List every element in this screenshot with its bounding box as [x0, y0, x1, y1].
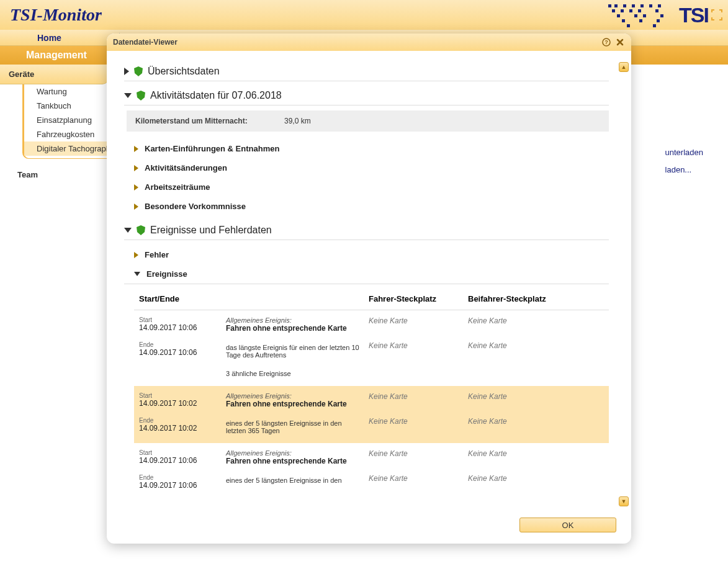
- shield-icon: [134, 66, 143, 76]
- sidebar: Geräte Wartung Tankbuch Einsatzplanung F…: [0, 65, 109, 574]
- sub-cards[interactable]: Karten-Einführungen & Entnahmen: [124, 139, 609, 158]
- event-type: Fahren ohne entsprechende Karte: [226, 324, 361, 333]
- codriver-slot-value: Keine Karte: [468, 449, 567, 465]
- svg-rect-0: [608, 4, 611, 7]
- shield-icon: [137, 225, 145, 235]
- app-logo-text: TSI-Monitor: [5, 5, 102, 25]
- scroll-up-icon[interactable]: ▲: [619, 62, 629, 72]
- triangle-down-icon: [124, 228, 132, 233]
- dialog-titlebar: Datendatei-Viewer ?: [107, 34, 631, 51]
- ok-button[interactable]: OK: [519, 518, 616, 532]
- svg-rect-13: [634, 14, 637, 17]
- event-type: Fahren ohne entsprechende Karte: [226, 400, 361, 408]
- triangle-down-icon: [124, 93, 132, 98]
- event-type-label: Allgemeines Ereignis:: [226, 392, 361, 400]
- logo-right-group: TSI: [602, 2, 723, 28]
- event-row[interactable]: Start14.09.2017 10:06Allgemeines Ereigni…: [134, 310, 609, 386]
- end-value: 14.09.2017 10:02: [139, 424, 226, 433]
- bg-link-load[interactable]: laden...: [665, 161, 703, 179]
- section-overview[interactable]: Übersichtsdaten: [124, 62, 609, 81]
- driver-slot-value: Keine Karte: [369, 474, 468, 490]
- scroll-down-icon[interactable]: ▼: [619, 496, 629, 506]
- driver-slot-value: Keine Karte: [369, 417, 468, 434]
- sidebar-item-tacho[interactable]: Digitaler Tachograph: [24, 141, 109, 156]
- sidebar-item-planning[interactable]: Einsatzplanung: [24, 113, 109, 127]
- events-table: Start/Ende Fahrer-Steckplatz Beifahrer-S…: [134, 288, 609, 498]
- sidebar-item-tankbook[interactable]: Tankbuch: [24, 99, 109, 113]
- help-icon[interactable]: ?: [601, 37, 611, 47]
- section-overview-title: Übersichtsdaten: [148, 66, 220, 77]
- event-note: eines der 5 längsten Ereignisse in den l…: [226, 419, 361, 434]
- sub-errors-title: Fehler: [145, 250, 169, 259]
- codriver-slot-value: Keine Karte: [468, 417, 567, 434]
- svg-rect-16: [622, 19, 625, 22]
- sub-special[interactable]: Besondere Vorkommnisse: [124, 197, 609, 216]
- sub-cards-title: Karten-Einführungen & Entnahmen: [145, 144, 279, 153]
- svg-rect-4: [640, 4, 644, 7]
- end-label: Ende: [139, 341, 226, 348]
- event-note: das längste Ereignis für einen der letzt…: [226, 344, 361, 359]
- dialog-body: ▲ ▼ Übersichtsdaten Aktivitätsdaten für …: [107, 51, 631, 511]
- start-value: 14.09.2017 10:02: [139, 399, 226, 408]
- triangle-right-icon: [134, 184, 138, 191]
- dialog-viewer: Datendatei-Viewer ? ▲ ▼ Übersichtsdaten …: [107, 34, 631, 544]
- codriver-slot-value: Keine Karte: [468, 392, 567, 408]
- event-row[interactable]: Start14.09.2017 10:02Allgemeines Ereigni…: [134, 386, 609, 443]
- svg-rect-19: [627, 24, 630, 27]
- svg-rect-14: [643, 14, 646, 17]
- nav-home[interactable]: Home: [37, 33, 61, 43]
- logo-dots-icon: [602, 2, 676, 28]
- bg-link-download[interactable]: unterladen: [665, 144, 703, 161]
- management-label: Management: [26, 50, 87, 61]
- sub-events[interactable]: Ereignisse: [124, 264, 609, 284]
- sub-events-title: Ereignisse: [146, 269, 187, 279]
- end-label: Ende: [139, 417, 226, 424]
- dialog-footer: OK: [107, 511, 631, 544]
- sidebar-group: Wartung Tankbuch Einsatzplanung Fahrzeug…: [22, 84, 109, 159]
- triangle-right-icon: [134, 204, 138, 210]
- section-activity[interactable]: Aktivitätsdaten für 07.06.2018: [124, 86, 609, 105]
- shield-icon: [137, 91, 145, 101]
- km-box: Kilometerstand um Mitternacht: 39,0 km: [127, 110, 609, 132]
- sub-periods-title: Arbeitszeiträume: [145, 182, 210, 192]
- driver-slot-value: Keine Karte: [369, 392, 468, 408]
- event-type-label: Allgemeines Ereignis:: [226, 316, 361, 324]
- triangle-right-icon: [134, 165, 138, 171]
- start-label: Start: [139, 449, 226, 456]
- expand-icon[interactable]: [711, 9, 723, 21]
- event-row[interactable]: Start14.09.2017 10:06Allgemeines Ereigni…: [134, 443, 609, 498]
- driver-slot-value: Keine Karte: [369, 341, 468, 359]
- section-events-errors-title: Ereignisse und Fehlerdaten: [150, 225, 272, 236]
- sub-changes-title: Aktivitätsänderungen: [145, 163, 227, 173]
- end-value: 14.09.2017 10:06: [139, 481, 226, 490]
- driver-slot-value: Keine Karte: [369, 449, 468, 465]
- section-events-errors[interactable]: Ereignisse und Fehlerdaten: [124, 221, 609, 240]
- codriver-slot-value: Keine Karte: [468, 316, 567, 333]
- triangle-down-icon: [134, 272, 140, 276]
- svg-rect-6: [658, 4, 661, 7]
- sidebar-tab-devices[interactable]: Geräte: [0, 65, 109, 84]
- sub-changes[interactable]: Aktivitätsänderungen: [124, 158, 609, 177]
- sidebar-item-maintenance[interactable]: Wartung: [24, 84, 109, 99]
- sidebar-team[interactable]: Team: [0, 165, 109, 184]
- sub-periods[interactable]: Arbeitszeiträume: [124, 177, 609, 197]
- svg-rect-2: [623, 4, 626, 7]
- sidebar-item-costs[interactable]: Fahrzeugkosten: [24, 127, 109, 141]
- sub-special-title: Besondere Vorkommnisse: [145, 202, 246, 211]
- svg-rect-12: [617, 14, 620, 17]
- scrollbar[interactable]: ▲ ▼: [619, 62, 629, 506]
- svg-rect-8: [621, 9, 624, 12]
- dialog-title-text: Datendatei-Viewer: [113, 38, 601, 47]
- sub-errors[interactable]: Fehler: [124, 245, 609, 264]
- start-label: Start: [139, 316, 226, 323]
- brand-text: TSI: [679, 3, 708, 27]
- svg-rect-18: [657, 19, 660, 22]
- top-banner: TSI-Monitor TSI: [0, 0, 728, 30]
- svg-rect-7: [612, 9, 615, 12]
- event-extra: 3 ähnliche Ereignisse: [226, 370, 361, 377]
- triangle-right-icon: [134, 146, 138, 152]
- svg-rect-17: [639, 19, 642, 22]
- close-icon[interactable]: [615, 37, 625, 47]
- svg-rect-20: [653, 24, 656, 27]
- section-activity-title: Aktivitätsdaten für 07.06.2018: [150, 90, 282, 101]
